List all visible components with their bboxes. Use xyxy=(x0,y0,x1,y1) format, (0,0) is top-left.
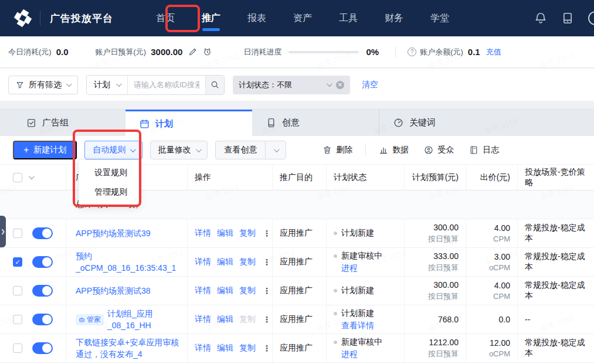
chevron-down-icon xyxy=(66,81,72,87)
copy-link[interactable]: 复制 xyxy=(239,314,256,325)
copy-link[interactable]: 复制 xyxy=(239,257,256,267)
select-all-checkbox[interactable] xyxy=(13,173,22,182)
budget-type-label: 按日预算 xyxy=(428,349,459,359)
delete-button[interactable]: 删除 xyxy=(323,145,352,155)
new-plan-button[interactable]: + 新建计划 xyxy=(13,141,77,159)
view-creative-button[interactable]: 查看创意 xyxy=(216,141,266,159)
batch-edit-button[interactable]: 批量修改 xyxy=(150,141,208,159)
remove-filter-icon[interactable]: ✕ xyxy=(336,81,344,89)
search-button[interactable] xyxy=(205,76,224,94)
today-spend-value: 0.0 xyxy=(56,47,69,57)
tab-1[interactable]: 计划 xyxy=(125,110,252,136)
status-detail-link[interactable]: 进程 xyxy=(341,349,382,360)
clear-filters-link[interactable]: 清空 xyxy=(362,80,378,90)
tab-label: 关键词 xyxy=(409,117,436,128)
plan-name-link[interactable]: APP预约场景测试38 xyxy=(76,285,151,297)
data-button[interactable]: 数据 xyxy=(379,145,409,155)
row-checkbox[interactable] xyxy=(13,229,22,238)
audience-button[interactable]: 受众 xyxy=(424,145,454,155)
plan-status-text: 新建审核中 xyxy=(341,337,382,348)
bid-value: 4.00 xyxy=(494,281,510,290)
edit-link[interactable]: 编辑 xyxy=(217,228,233,239)
search-type-value: 计划 xyxy=(94,80,110,90)
nav-item-0[interactable]: 首页 xyxy=(149,0,182,36)
more-actions-icon[interactable]: ⋮ xyxy=(262,343,272,353)
plan-enabled-toggle[interactable] xyxy=(32,256,53,268)
nav-item-6[interactable]: 学堂 xyxy=(423,0,456,36)
more-actions-icon[interactable]: ⋮ xyxy=(262,257,272,267)
edit-budget-icon[interactable] xyxy=(188,47,197,56)
recharge-link[interactable]: 充值 xyxy=(486,47,501,57)
nav-item-3[interactable]: 资产 xyxy=(286,0,319,36)
device-icon[interactable] xyxy=(561,12,574,25)
notification-bell-icon[interactable] xyxy=(534,12,547,25)
plan-name-link[interactable]: APP预约场景测试39 xyxy=(76,227,151,239)
status-dot xyxy=(334,341,337,344)
batch-edit-label: 批量修改 xyxy=(158,145,191,155)
tab-3[interactable]: 关键词 xyxy=(379,110,505,136)
nav-item-1[interactable]: 推广 xyxy=(195,0,228,36)
plan-enabled-toggle[interactable] xyxy=(32,227,53,239)
spend-progress-percent: 0% xyxy=(366,47,379,57)
row-checkbox[interactable] xyxy=(13,257,22,267)
copy-link[interactable]: 复制 xyxy=(239,343,256,353)
more-actions-icon[interactable]: ⋮ xyxy=(262,229,272,238)
status-detail-link[interactable]: 进程 xyxy=(341,263,382,274)
tab-0[interactable]: 广告组 xyxy=(0,110,125,136)
edit-link[interactable]: 编辑 xyxy=(217,343,233,353)
edit-link[interactable]: 编辑 xyxy=(217,285,233,296)
detail-link[interactable]: 详情 xyxy=(195,285,211,296)
keyword-icon xyxy=(393,118,403,128)
more-actions-icon[interactable]: ⋮ xyxy=(262,315,272,324)
plan-name-link[interactable]: 预约_oCPM_08_16_16:35:43_1 xyxy=(76,250,180,274)
chevron-down-icon xyxy=(116,81,122,87)
plan-status-text: 计划新建 xyxy=(341,228,374,239)
delivery-strategy: 常规投放-稳定成本 xyxy=(525,280,587,301)
plan-name-link[interactable]: 下载链接安卓+安卓应用审核通过，没有发布_4 xyxy=(76,336,180,360)
detail-link[interactable]: 详情 xyxy=(195,343,211,353)
plan-enabled-toggle[interactable] xyxy=(32,314,53,325)
detail-link[interactable]: 详情 xyxy=(195,228,211,239)
row-checkbox[interactable] xyxy=(13,315,22,324)
status-dot xyxy=(334,232,337,235)
plan-enabled-toggle[interactable] xyxy=(32,285,53,297)
plan-enabled-toggle[interactable] xyxy=(32,342,53,354)
plan-status-filter-chip[interactable]: 计划状态：不限 ✕ xyxy=(233,76,350,94)
plan-budget-value: 300.00 xyxy=(433,223,459,232)
rules-menu-item-0[interactable]: 设置规则 xyxy=(79,163,138,182)
auto-rules-button[interactable]: 自动规则 xyxy=(84,141,142,159)
row-checkbox[interactable] xyxy=(13,343,22,353)
detail-link[interactable]: 详情 xyxy=(195,314,211,325)
copy-link[interactable]: 复制 xyxy=(239,285,256,296)
nav-item-5[interactable]: 财务 xyxy=(378,0,410,36)
balance-help-icon[interactable]: ? xyxy=(408,47,416,56)
app-title: 广告投放平台 xyxy=(50,12,113,25)
delivery-strategy: 常规投放-稳定成本 xyxy=(525,251,587,273)
more-actions-icon[interactable]: ⋮ xyxy=(262,286,272,295)
detail-link[interactable]: 详情 xyxy=(195,257,211,267)
expand-sidebar-handle[interactable]: ❯ xyxy=(0,216,6,247)
row-checkbox[interactable] xyxy=(13,286,22,295)
tab-2[interactable]: 创意 xyxy=(252,110,379,136)
table-row: 管家 计划组_应用_08_16_HH 详情 编辑 复制 ⋮ 应用推广 计划新建 … xyxy=(0,305,594,334)
select-menu-chevron-icon[interactable] xyxy=(29,174,35,179)
bid-value: 4.00 xyxy=(494,223,510,233)
logs-label: 日志 xyxy=(483,145,499,155)
avatar[interactable] xyxy=(588,11,594,25)
nav-item-4[interactable]: 工具 xyxy=(332,0,365,36)
schedule-clock-icon[interactable] xyxy=(203,47,212,56)
logs-button[interactable]: 日志 xyxy=(469,145,499,155)
plan-name-link[interactable]: 计划组_应用_08_16_HH xyxy=(107,308,180,332)
copy-link[interactable]: 复制 xyxy=(239,228,256,239)
edit-link[interactable]: 编辑 xyxy=(217,257,233,267)
rules-menu-item-1[interactable]: 管理规则 xyxy=(79,182,138,202)
status-detail-link[interactable]: 查看详情 xyxy=(341,321,374,331)
status-dot xyxy=(334,254,337,258)
view-creative-caret[interactable] xyxy=(266,141,286,159)
all-filters-button[interactable]: 所有筛选 xyxy=(8,76,78,94)
search-type-select[interactable]: 计划 xyxy=(87,76,128,94)
edit-link[interactable]: 编辑 xyxy=(217,314,233,325)
search-input[interactable] xyxy=(128,76,205,94)
nav-item-2[interactable]: 报表 xyxy=(240,0,273,36)
budget-type-label: 按日预算 xyxy=(428,234,459,244)
